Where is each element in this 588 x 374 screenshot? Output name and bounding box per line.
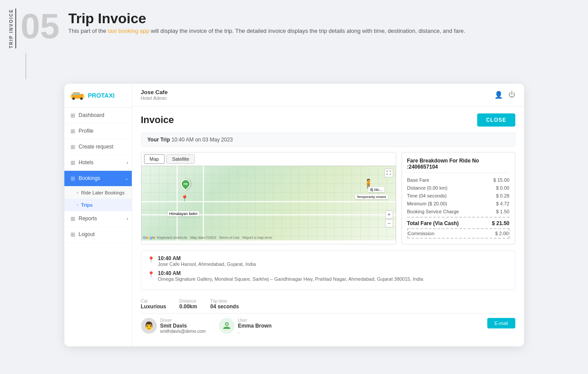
logout-icon: ⊞ (70, 231, 75, 238)
sidebar-item-create-request[interactable]: ⊞ Create request (64, 139, 132, 155)
company-name: Jose Cafe (141, 89, 168, 95)
trip-datetime: 10:40 AM on 03 May 2023 (172, 137, 233, 143)
fare-commission-row: Commission $ 2.00 (407, 228, 510, 239)
driver-card: 👨 Driver Smit Davis smithdavis@demo.com (141, 318, 206, 334)
invoice-body: Map Satellite (141, 152, 515, 244)
chevron-down-icon: ⌄ (125, 176, 128, 181)
svg-rect-2 (73, 92, 76, 95)
sidebar-item-logout[interactable]: ⊞ Logout (64, 227, 132, 243)
road-v2 (203, 166, 204, 240)
bookings-icon: ⊞ (70, 175, 75, 182)
user-info: User Emma Brown , (238, 318, 272, 334)
map-label-dj: dj nic... (368, 187, 384, 192)
map-attribution: Google Keyboard shortcuts Map data ©2023… (143, 236, 272, 240)
sidebar-item-hotels[interactable]: ⊞ Hotels › (64, 155, 132, 171)
invoice-header: Invoice CLOSE (141, 113, 515, 127)
people-info: 👨 Driver Smit Davis smithdavis@demo.com (141, 318, 272, 334)
close-button[interactable]: CLOSE (477, 113, 515, 127)
map-expand-button[interactable]: ⛶ (384, 169, 393, 177)
sidebar: PROTAXI ⊞ Dashboard ⊞ Profile ⊞ Create r… (64, 84, 132, 346)
chevron-right-icon: › (127, 160, 128, 165)
car-time-item: Trip time 04 seconds (210, 299, 239, 310)
user-location-icon (222, 321, 232, 331)
map-tab-map[interactable]: Map (144, 154, 165, 164)
power-icon[interactable]: ⏻ (508, 91, 515, 99)
svg-rect-3 (77, 92, 79, 95)
trip-label: Your Trip (148, 137, 170, 143)
trip-stop-dropoff: 📍 10:40 AM Omega Signature Gallery, Mond… (148, 270, 509, 282)
svg-rect-6 (70, 96, 72, 97)
map-location-dot (181, 194, 187, 201)
driver-info: Driver Smit Davis smithdavis@demo.com (160, 318, 206, 334)
road-h1 (141, 201, 396, 202)
stop-dot-pickup: 📍 (148, 256, 154, 262)
zoom-out-button[interactable]: − (385, 219, 393, 227)
taxi-icon (70, 91, 85, 100)
stop-dot-dropoff: 📍 (148, 271, 154, 277)
zoom-in-button[interactable]: + (385, 211, 393, 219)
svg-point-9 (226, 323, 228, 325)
top-bar-user: Jose Cafe Hotel Admin (141, 89, 168, 101)
driver-avatar: 👨 (141, 318, 157, 334)
fare-row-service: Booking Service Charge $ 1.50 (407, 209, 510, 214)
page-header: TRIP INVOICE 05 Trip Invoice This part o… (0, 0, 588, 53)
user-icon[interactable]: 👤 (494, 91, 503, 99)
fare-title: Fare Breakdown For Ride No :2406657104 (407, 158, 510, 173)
user-role: Hotel Admin (141, 95, 168, 101)
fare-row-minimum: Minimum ($ 20.00) $ 4.72 (407, 201, 510, 206)
map-label-himalayan: Himalayan bekri (168, 211, 200, 216)
sidebar-logo: PROTAXI (64, 84, 132, 108)
chevron-right-reports-icon: › (127, 216, 128, 221)
fare-total-row: Total Fare (Via Cash) $ 21.50 (407, 217, 510, 226)
trip-details: 📍 10:40 AM Jose Cafe Hansol, Ahmedabad, … (141, 251, 515, 290)
big-number: 05 (21, 9, 60, 44)
stop-info-dropoff: 10:40 AM Omega Signature Gallery, Mondea… (158, 270, 423, 282)
top-bar: Jose Cafe Hotel Admin 👤 ⏻ (132, 84, 524, 106)
sidebar-item-reports[interactable]: ⊞ Reports › (64, 211, 132, 227)
sidebar-item-dashboard[interactable]: ⊞ Dashboard (64, 108, 132, 123)
profile-icon: ⊞ (70, 128, 75, 134)
fare-breakdown: Fare Breakdown For Ride No :2406657104 B… (401, 152, 515, 244)
vertical-divider (25, 53, 26, 79)
reports-icon: ⊞ (70, 215, 75, 222)
fare-row-distance: Distance (0.00 km) $ 0.00 (407, 185, 510, 191)
trip-info-bar: Your Trip 10:40 AM on 03 May 2023 (141, 133, 515, 147)
svg-point-4 (72, 97, 74, 99)
map-grid (141, 166, 396, 240)
car-distance-item: Distance 0.00km (180, 299, 197, 310)
map-tabs: Map Satellite (141, 152, 396, 166)
people-section: 👨 Driver Smit Davis smithdavis@demo.com (141, 318, 515, 334)
car-type-item: Car Luxurious (141, 299, 166, 310)
brand-name: PROTAXI (88, 92, 115, 99)
svg-point-5 (80, 97, 82, 99)
trip-stop-pickup: 📍 10:40 AM Jose Cafe Hansol, Ahmedabad, … (148, 255, 509, 267)
page-description: This part of the taxi booking app will d… (68, 27, 465, 36)
sidebar-item-trips[interactable]: Trips (64, 199, 132, 211)
main-content: Jose Cafe Hotel Admin 👤 ⏻ Invoice CLOSE … (132, 84, 524, 346)
hotels-icon: ⊞ (70, 159, 75, 166)
map-visual: 🧍 Himalayan bekri Temporarily closed dj … (141, 166, 396, 240)
header-text: Trip Invoice This part of the taxi booki… (68, 9, 465, 36)
fare-row-base: Base Fare $ 15.00 (407, 177, 510, 183)
sidebar-item-ride-later[interactable]: Ride Later Bookings (64, 187, 132, 199)
app-container: PROTAXI ⊞ Dashboard ⊞ Profile ⊞ Create r… (64, 84, 524, 346)
map-label-temp: Temporarily closed (355, 194, 388, 199)
invoice-area: Invoice CLOSE Your Trip 10:40 AM on 03 M… (132, 106, 524, 346)
stop-info-pickup: 10:40 AM Jose Cafe Hansol, Ahmedabad, Gu… (158, 255, 256, 267)
dashboard-icon: ⊞ (70, 112, 75, 119)
svg-rect-7 (82, 96, 85, 97)
create-request-icon: ⊞ (70, 144, 75, 150)
top-bar-icons: 👤 ⏻ (494, 91, 515, 99)
car-info: Car Luxurious Distance 0.00km Trip time … (141, 295, 515, 314)
sidebar-item-bookings[interactable]: ⊞ Bookings ⌄ (64, 171, 132, 187)
user-card: User Emma Brown , (219, 318, 272, 334)
fare-row-time: Time (04 seconds) $ 0.28 (407, 193, 510, 198)
map-area: Map Satellite (141, 152, 396, 244)
map-tab-satellite[interactable]: Satellite (166, 154, 195, 164)
page-title: Trip Invoice (68, 11, 465, 27)
sidebar-item-profile[interactable]: ⊞ Profile (64, 123, 132, 139)
road-v1 (176, 166, 178, 240)
invoice-title: Invoice (141, 114, 174, 126)
email-button[interactable]: E-mail (487, 318, 515, 328)
user-avatar (219, 318, 235, 334)
